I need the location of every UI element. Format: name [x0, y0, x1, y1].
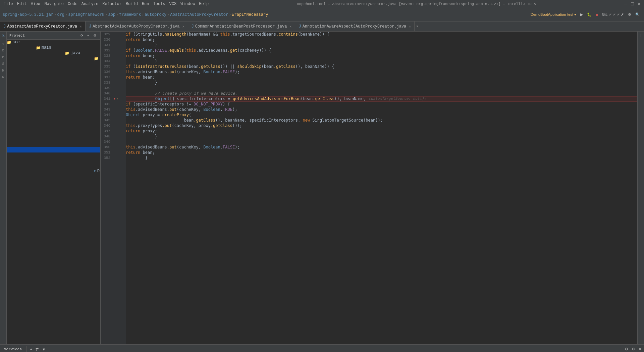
sidebar-icon-project[interactable]: P [1, 33, 6, 38]
bottom-panel-gear2[interactable]: ⚙ [630, 346, 636, 352]
debug-button[interactable]: 🐛 [586, 12, 593, 17]
code-line-345: bean.getClass(), beanName, specificInter… [126, 118, 637, 123]
gutter-marker-341[interactable]: ●→ [112, 97, 119, 101]
tree-item-service[interactable]: 📁service [7, 126, 100, 131]
settings-button[interactable]: ⚙ [627, 12, 633, 17]
menu-edit[interactable]: Edit [15, 2, 29, 6]
sidebar-icon-maven[interactable]: M [1, 54, 6, 60]
code-line-349 [126, 139, 637, 144]
menu-build[interactable]: Build [124, 2, 140, 6]
bottom-panel: Services + ⇄ ▼ ⚙ ⚙ ✕ ▶ ■ ↺ − 📌 + 🍃Spring… [0, 344, 644, 352]
sidebar-icon-hierarchy[interactable]: H [1, 68, 6, 73]
tree-item-myimportautoconfiguration[interactable]: CMyImportAutoConfiguration [7, 93, 100, 99]
window-minimize[interactable]: ─ [622, 1, 629, 7]
bc-method[interactable]: wrapIfNecessary [232, 12, 268, 17]
bottom-panel-close[interactable]: ✕ [637, 346, 643, 352]
tree-item-itestservicetwo[interactable]: IITestServiceTwo [7, 142, 100, 147]
more-tabs-button[interactable]: ▾ [416, 24, 418, 29]
code-content[interactable]: if (StringUtils.hasLength(beanName) && t… [126, 32, 637, 344]
tab-annotation-aware[interactable]: J AnnotationAwareAspectJAutoProxyCreator… [295, 21, 415, 32]
separator [26, 346, 27, 352]
bc-org[interactable]: org [57, 12, 64, 17]
tree-item-java[interactable]: 📁java [7, 50, 100, 56]
bc-autoproxy[interactable]: autoproxy [145, 12, 166, 17]
tree-item-itestservice[interactable]: IITestService [7, 136, 100, 142]
tree-item-testserviceimpl[interactable]: CTestServiceImpl [7, 152, 100, 158]
window-maximize[interactable]: □ [629, 1, 636, 7]
tree-item-configinnerbean[interactable]: CConfigInnerBean [7, 72, 100, 77]
search-everywhere[interactable]: 🔍 [634, 12, 641, 17]
sidebar-icon-bookmarks[interactable]: ☆ [1, 41, 6, 46]
tree-item-test[interactable]: CTest [7, 109, 100, 115]
bc-springframework[interactable]: springframework [68, 12, 104, 17]
project-settings-button[interactable]: ⚙ [92, 33, 98, 38]
menu-run[interactable]: Run [140, 2, 151, 6]
menu-file[interactable]: File [1, 2, 15, 6]
tab-abstract-auto-proxy[interactable]: J AbstractAutoProxyCreator.java ✕ [0, 21, 86, 32]
tree-item-main[interactable]: 📁main [7, 45, 100, 50]
tree-item-model[interactable]: 📁model [7, 120, 100, 126]
window-close[interactable]: ✕ [636, 1, 643, 7]
tab-close-1[interactable]: ✕ [182, 25, 184, 29]
menu-tools[interactable]: Tools [151, 2, 167, 6]
tree-item-myconfig[interactable]: CMyConfig [7, 88, 100, 93]
right-icon-notifications[interactable]: ! [638, 33, 644, 38]
line-number-332: 332 [101, 48, 112, 52]
menu-view[interactable]: View [29, 2, 43, 6]
tree-item-org.hopehomi.boot[interactable]: 📁org.hopehomi.boot [7, 56, 100, 61]
tab-abstract-advisor[interactable]: J AbstractAdvisorAutoProxyCreator.java ✕ [86, 21, 188, 32]
tree-item-secondserviceimpl[interactable]: CSecondServiceImpl [7, 147, 100, 152]
tree-item-util[interactable]: 📁util [7, 163, 100, 169]
tree-item-testservicetwoimpl[interactable]: CTestServiceTwoImpl [7, 158, 100, 163]
tab-close-3[interactable]: ✕ [409, 25, 411, 29]
code-line-329: if (StringUtils.hasLength(beanName) && t… [126, 32, 637, 37]
services-add-button[interactable]: + [29, 347, 34, 352]
menu-vcs[interactable]: VCS [167, 2, 179, 6]
menu-window[interactable]: Window [178, 2, 197, 6]
project-sync-button[interactable]: ⟳ [79, 33, 85, 38]
tab-label-2: CommonAnnotationBeanPostProcessor.java [195, 24, 287, 29]
run-button[interactable]: ▶ [579, 12, 584, 17]
sidebar-icon-database[interactable]: ⊡ [1, 48, 6, 53]
bottom-panel-settings[interactable]: ⚙ [624, 346, 630, 352]
tree-item-src[interactable]: 📁src [7, 40, 100, 45]
menu-help[interactable]: Help [197, 2, 211, 6]
menu-refactor[interactable]: Refactor [100, 2, 124, 6]
project-collapse-button[interactable]: − [86, 33, 91, 38]
line-number-338: 338 [101, 81, 112, 85]
menu-navigate[interactable]: Navigate [42, 2, 66, 6]
services-label: Services [1, 347, 24, 351]
tree-item-ignoremodel[interactable]: CIgnoreModel [7, 83, 100, 88]
stop-button[interactable]: ■ [594, 12, 599, 17]
bc-class[interactable]: AbstractAutoProxyCreator [170, 12, 228, 17]
code-area[interactable]: 329330331332333334335336337338339340341●… [101, 32, 637, 344]
bc-aop[interactable]: aop [108, 12, 115, 17]
tree-item-isecondservice[interactable]: IISecondService [7, 131, 100, 136]
bc-framework[interactable]: framework [119, 12, 141, 17]
gutter-row-345: 345 [101, 118, 126, 123]
bc-spring-aop[interactable]: spring-aop-5.3.21.jar [3, 12, 53, 17]
run-config-selector[interactable]: DemoBootApplication-test ▾ [529, 12, 578, 17]
tab-common-annotation[interactable]: J CommonAnnotationBeanPostProcessor.java… [188, 21, 296, 32]
tab-icon-2: J [192, 24, 194, 29]
tree-item-testimportcontroller[interactable]: CTestImportController [7, 115, 100, 120]
tree-item-controller[interactable]: 📁controller [7, 99, 100, 104]
git-button[interactable]: Git: ✓ ✓ ✓ ✗ [601, 12, 625, 17]
tree-item-selector[interactable]: 📁selector [7, 67, 100, 72]
tree-item-demobootapplication[interactable]: CDemoBootApplication [7, 169, 100, 174]
line-number-330: 330 [101, 38, 112, 42]
code-editor: 329330331332333334335336337338339340341●… [101, 32, 637, 344]
services-filter-button[interactable]: ▼ [41, 347, 47, 352]
menu-code[interactable]: Code [66, 2, 79, 6]
tree-item-config[interactable]: 📁config [7, 61, 100, 67]
sidebar-icon-soview[interactable]: S [1, 61, 6, 67]
tab-close-0[interactable]: ✕ [80, 25, 82, 29]
sidebar-icon-restservices[interactable]: R [1, 75, 6, 80]
tab-bar: J AbstractAutoProxyCreator.java ✕ J Abst… [0, 21, 644, 32]
tree-item-democontroller[interactable]: CDemoController [7, 104, 100, 109]
app-title: Hopehomi-Tool – AbstractAutoProxyCreator… [211, 2, 622, 6]
services-scroll-button[interactable]: ⇄ [34, 346, 40, 352]
menu-analyze[interactable]: Analyze [79, 2, 100, 6]
tab-close-2[interactable]: ✕ [289, 25, 291, 29]
tree-item-enablemodel[interactable]: CEnableModel [7, 77, 100, 83]
